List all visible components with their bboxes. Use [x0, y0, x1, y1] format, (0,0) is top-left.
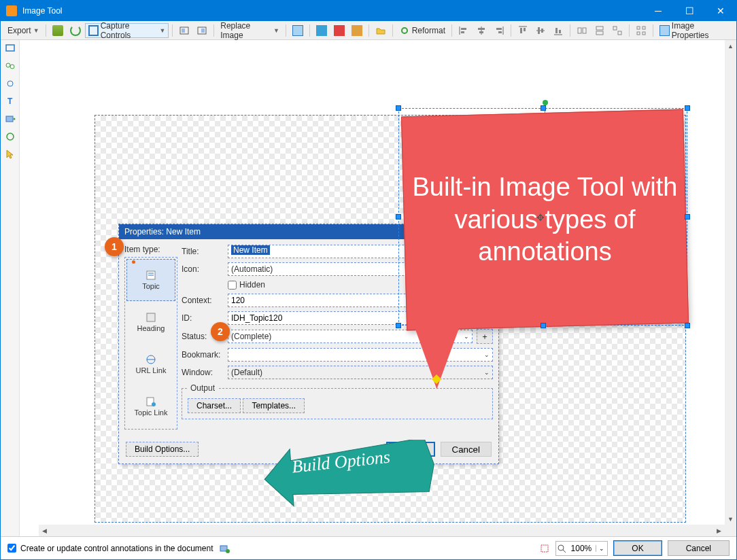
- scroll-right-button[interactable]: ▶: [713, 525, 725, 536]
- chevron-down-icon: ▼: [273, 27, 279, 34]
- shape-tool[interactable]: [5, 131, 16, 145]
- distribute-h-button[interactable]: [633, 23, 649, 38]
- rotation-handle[interactable]: [543, 100, 548, 105]
- hidden-check[interactable]: [228, 281, 237, 290]
- tag-button-3[interactable]: [349, 23, 365, 38]
- tag-button-2[interactable]: [331, 23, 347, 38]
- resize-handle[interactable]: [396, 214, 401, 220]
- align-center-h-button[interactable]: [473, 23, 490, 38]
- svg-rect-17: [538, 27, 540, 34]
- image-properties-label: Image Properties: [672, 21, 730, 40]
- topic-icon: [145, 270, 156, 281]
- scroll-up-button[interactable]: ▲: [725, 40, 736, 52]
- zoom-control[interactable]: 100% ⌄: [555, 541, 609, 556]
- move-icon[interactable]: ✥: [536, 212, 545, 223]
- marker-1[interactable]: 1: [105, 237, 124, 256]
- maximize-button[interactable]: ☐: [674, 1, 705, 21]
- align-right-button[interactable]: [491, 23, 507, 38]
- callout-annotation[interactable]: Built-in Image Tool with various types o…: [404, 113, 686, 327]
- tag-tool[interactable]: [5, 113, 16, 127]
- canvas-button-1[interactable]: [290, 23, 306, 38]
- resize-handle[interactable]: [685, 214, 690, 220]
- charset-button[interactable]: Charset...: [188, 398, 241, 413]
- camera-button[interactable]: [50, 23, 66, 38]
- reformat-button[interactable]: Reformat: [396, 23, 448, 38]
- callout-text: Built-in Image Tool with various types o…: [412, 121, 678, 319]
- svg-rect-31: [642, 32, 645, 35]
- context-label: Context:: [182, 296, 224, 305]
- item-type-heading[interactable]: Heading: [126, 301, 175, 343]
- capture-controls-dropdown[interactable]: Capture Controls ▼: [85, 23, 169, 38]
- align-button-1[interactable]: [176, 23, 192, 38]
- replace-image-menu[interactable]: Replace Image ▼: [218, 23, 282, 38]
- canvas-area[interactable]: Properties: New Item Item type: Topic He…: [20, 40, 736, 536]
- cancel-button[interactable]: Cancel: [668, 540, 730, 556]
- svg-rect-25: [596, 31, 603, 35]
- status-add-button[interactable]: ＋: [477, 329, 493, 344]
- close-button[interactable]: ✕: [705, 1, 736, 21]
- resize-handle[interactable]: [685, 105, 690, 111]
- scroll-down-button[interactable]: ▼: [725, 513, 736, 525]
- select-tool[interactable]: [5, 43, 16, 56]
- align-bottom-button[interactable]: [550, 23, 566, 38]
- tag-button-1[interactable]: [313, 23, 330, 38]
- align-button-2[interactable]: [194, 23, 210, 38]
- heading-icon: [145, 312, 156, 323]
- props-tool[interactable]: [5, 78, 16, 92]
- folder-button[interactable]: [373, 23, 389, 38]
- text-tool[interactable]: T: [5, 96, 16, 109]
- chevron-down-icon[interactable]: ⌄: [596, 545, 607, 552]
- main-toolbar: Export ▼ Capture Controls ▼ Replace Imag…: [1, 21, 736, 40]
- layout-icon: [179, 25, 190, 36]
- svg-rect-22: [578, 28, 581, 33]
- align-middle-button[interactable]: [532, 23, 549, 38]
- marker-2[interactable]: 2: [211, 322, 230, 341]
- resize-handle[interactable]: [396, 105, 401, 111]
- same-size-button[interactable]: [609, 23, 625, 38]
- control-dot: [132, 260, 135, 264]
- resize-handle[interactable]: [685, 323, 690, 328]
- resize-handle[interactable]: [541, 323, 546, 328]
- horizontal-scrollbar[interactable]: ◀ ▶: [39, 525, 725, 536]
- same-width-button[interactable]: [574, 23, 590, 38]
- separator: [286, 24, 286, 37]
- link-tool[interactable]: [5, 60, 16, 74]
- item-type-topic-link[interactable]: Topic Link: [126, 385, 175, 427]
- svg-rect-3: [201, 29, 205, 33]
- create-annotations-checkbox[interactable]: Create or update control annotations in …: [7, 544, 213, 553]
- svg-rect-21: [559, 30, 561, 33]
- arrow-shape: [258, 440, 434, 508]
- resize-handle[interactable]: [541, 105, 546, 111]
- same-size-icon: [612, 25, 623, 36]
- align-left-button[interactable]: [456, 23, 472, 38]
- dialog-cancel-button[interactable]: Cancel: [441, 442, 492, 457]
- url-icon: [145, 354, 156, 365]
- annotation-icon: [219, 543, 230, 554]
- align-top-button[interactable]: [515, 23, 531, 38]
- item-type-topic[interactable]: Topic: [126, 259, 175, 301]
- ok-button[interactable]: OK: [613, 540, 662, 556]
- item-type-url-link[interactable]: URL Link: [126, 343, 175, 385]
- arrow-annotation[interactable]: Build Options: [258, 440, 434, 508]
- crop-icon[interactable]: [539, 543, 550, 554]
- item-type-list[interactable]: Topic Heading URL Link: [124, 257, 177, 430]
- image-properties-button[interactable]: Image Properties: [657, 23, 732, 38]
- svg-rect-26: [613, 27, 617, 30]
- scroll-left-button[interactable]: ◀: [39, 525, 50, 536]
- templates-button[interactable]: Templates...: [243, 398, 305, 413]
- align-right-icon: [494, 25, 504, 36]
- vertical-scrollbar[interactable]: ▲ ▼: [725, 40, 736, 536]
- export-menu[interactable]: Export ▼: [5, 23, 42, 38]
- refresh-button[interactable]: [67, 23, 84, 38]
- svg-rect-11: [496, 28, 502, 30]
- resize-handle[interactable]: [396, 323, 401, 328]
- reformat-icon: [399, 25, 410, 36]
- checkbox-input[interactable]: [7, 544, 16, 553]
- grid-icon: [636, 25, 647, 36]
- minimize-button[interactable]: ─: [642, 1, 674, 21]
- svg-rect-5: [461, 28, 466, 30]
- pointer-tool[interactable]: [5, 149, 16, 162]
- build-options-button[interactable]: Build Options...: [126, 442, 199, 457]
- same-height-button[interactable]: [592, 23, 608, 38]
- hidden-checkbox[interactable]: Hidden: [228, 280, 265, 290]
